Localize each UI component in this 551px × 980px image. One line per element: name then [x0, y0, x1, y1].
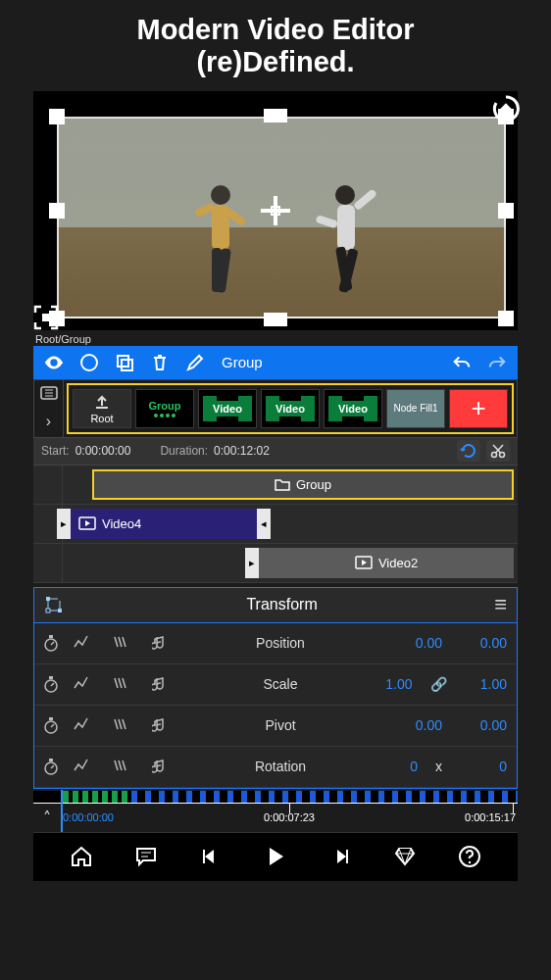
prop-value-x[interactable]: 0.00 — [395, 717, 442, 733]
time-ruler: ˄ 0:00:00:00 0:00:07:23 0:00:15:17 — [33, 791, 518, 832]
graph-icon[interactable] — [74, 717, 95, 733]
svg-rect-7 — [337, 205, 355, 250]
prop-value-y[interactable]: 1.00 — [465, 676, 508, 692]
headline-line2: (re)Defined. — [0, 46, 551, 78]
step-forward-icon[interactable] — [327, 844, 353, 869]
panel-title: Transform — [70, 596, 494, 613]
video-icon — [78, 516, 96, 530]
svg-rect-28 — [46, 609, 50, 612]
prop-value-y[interactable]: 0.00 — [460, 635, 507, 651]
keyframe-stopwatch-icon[interactable] — [34, 716, 68, 734]
clip-handle-left[interactable]: ▸ — [57, 509, 71, 539]
layer-nodefill[interactable]: Node Fill1 — [386, 389, 445, 428]
handle-bottom-right[interactable] — [498, 311, 514, 326]
wiggle-icon[interactable] — [113, 676, 134, 692]
app-window: Root/Group Group › — [33, 91, 518, 881]
layer-side: › — [34, 380, 64, 437]
keyframe-stopwatch-icon[interactable] — [34, 634, 68, 652]
layer-list[interactable]: Root Group Video Video Video Node Fill1 … — [67, 383, 514, 434]
handle-bottom-mid[interactable] — [264, 313, 287, 326]
handle-top-mid[interactable] — [264, 109, 287, 122]
clip-video4-label: Video4 — [102, 516, 141, 531]
reset-button[interactable] — [457, 440, 480, 462]
audio-icon[interactable] — [152, 676, 174, 692]
wiggle-icon[interactable] — [113, 635, 134, 651]
prop-row-position: Position0.000.00 — [34, 623, 517, 664]
layer-video-1[interactable]: Video — [198, 389, 257, 428]
comment-icon[interactable] — [133, 844, 159, 869]
help-icon[interactable] — [457, 844, 482, 869]
prop-row-scale: Scale1.00🔗1.00 — [34, 664, 517, 706]
clip-meta: Start: 0:00:00:00 Duration: 0:00:12:02 — [33, 438, 518, 466]
start-value[interactable]: 0:00:00:00 — [75, 444, 131, 458]
track-video2: ▸ Video2 — [33, 544, 518, 583]
delete-icon[interactable] — [149, 352, 171, 373]
diamond-icon[interactable] — [392, 844, 418, 869]
preview-area[interactable] — [33, 91, 518, 330]
prop-value-x[interactable]: 0.00 — [395, 635, 442, 651]
clip-group[interactable]: Group — [92, 469, 514, 500]
svg-rect-26 — [46, 597, 50, 601]
handle-mid-left[interactable] — [49, 203, 65, 219]
redo-icon[interactable] — [486, 352, 508, 373]
menu-icon[interactable]: ≡ — [494, 592, 507, 617]
clip-video2[interactable]: ▸ Video2 — [259, 548, 514, 578]
transform-icon[interactable] — [44, 595, 70, 614]
fullscreen-icon[interactable] — [33, 305, 59, 330]
track-video4: ▸ Video4 ◂ — [33, 505, 518, 544]
collapse-ruler-icon[interactable]: ˄ — [33, 804, 61, 832]
outline-icon[interactable] — [40, 386, 58, 400]
svg-point-46 — [469, 861, 471, 863]
handle-mid-right[interactable] — [498, 203, 514, 219]
track-group: Group — [33, 466, 518, 505]
chevron-right-icon[interactable]: › — [46, 413, 51, 430]
clip-handle-left[interactable]: ▸ — [245, 548, 259, 578]
prop-name: Position — [191, 635, 370, 651]
mask-icon[interactable] — [78, 352, 100, 373]
duration-value[interactable]: 0:00:12:02 — [214, 444, 270, 458]
keyframe-stopwatch-icon[interactable] — [34, 758, 68, 775]
graph-icon[interactable] — [74, 676, 95, 692]
layer-group[interactable]: Group — [135, 389, 194, 428]
layer-video-3[interactable]: Video — [324, 389, 382, 428]
prop-value-y[interactable]: 0 — [460, 759, 507, 774]
audio-icon[interactable] — [152, 717, 174, 733]
folder-icon — [275, 477, 290, 491]
wiggle-icon[interactable] — [113, 759, 134, 774]
audio-icon[interactable] — [152, 635, 174, 651]
rotate-icon[interactable] — [490, 93, 522, 124]
cut-button[interactable] — [486, 440, 510, 462]
ruler-time-1: 0:00:07:23 — [264, 811, 315, 823]
bottom-bar — [33, 832, 518, 881]
edit-icon[interactable] — [184, 352, 206, 373]
svg-line-31 — [51, 642, 54, 645]
play-icon[interactable] — [263, 844, 288, 869]
add-layer-button[interactable]: + — [449, 389, 508, 428]
step-back-icon[interactable] — [198, 844, 224, 869]
prop-value-x[interactable]: 0 — [371, 759, 418, 774]
keyframe-stopwatch-icon[interactable] — [34, 675, 68, 693]
home-icon[interactable] — [69, 844, 94, 869]
audio-icon[interactable] — [152, 759, 174, 774]
clip-handle-right[interactable]: ◂ — [257, 509, 271, 539]
svg-point-6 — [335, 185, 355, 205]
layer-video-2[interactable]: Video — [261, 389, 320, 428]
undo-icon[interactable] — [451, 352, 473, 373]
preview-figure-1 — [186, 181, 255, 309]
layer-root[interactable]: Root — [73, 389, 131, 428]
prop-value-x[interactable]: 1.00 — [370, 676, 413, 692]
graph-icon[interactable] — [74, 635, 95, 651]
layer-nodefill-label: Node Fill1 — [393, 403, 437, 414]
copy-icon[interactable] — [114, 352, 135, 373]
wiggle-icon[interactable] — [113, 717, 134, 733]
handle-top-left[interactable] — [49, 109, 65, 124]
clip-video4[interactable]: ▸ Video4 ◂ — [71, 509, 257, 539]
graph-icon[interactable] — [74, 759, 95, 774]
link-icon[interactable]: 🔗 — [430, 676, 447, 692]
visibility-icon[interactable] — [43, 352, 65, 373]
svg-rect-17 — [122, 360, 132, 370]
duration-label: Duration: — [160, 444, 208, 458]
node-name[interactable]: Group — [222, 354, 263, 370]
ruler-track[interactable]: 0:00:00:00 0:00:07:23 0:00:15:17 — [61, 804, 518, 832]
prop-value-y[interactable]: 0.00 — [460, 717, 507, 733]
